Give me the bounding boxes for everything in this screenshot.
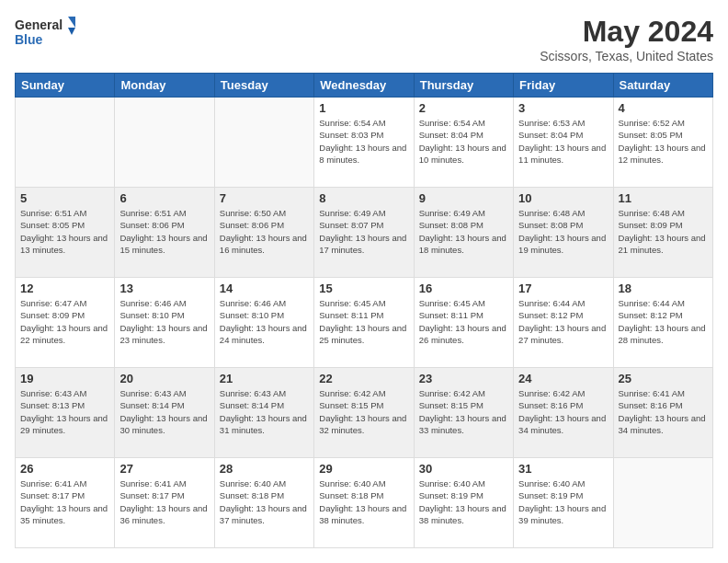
calendar-header-row: Sunday Monday Tuesday Wednesday Thursday…: [16, 74, 713, 98]
main-title: May 2024: [540, 15, 713, 49]
day-number: 3: [518, 101, 608, 115]
col-wednesday: Wednesday: [314, 74, 414, 98]
table-row: 12Sunrise: 6:47 AMSunset: 8:09 PMDayligh…: [16, 278, 115, 368]
title-section: May 2024 Scissors, Texas, United States: [540, 15, 713, 63]
day-number: 21: [220, 372, 309, 385]
header: General Blue May 2024 Scissors, Texas, U…: [15, 15, 713, 63]
day-number: 10: [518, 191, 608, 205]
day-number: 11: [619, 191, 708, 205]
day-info: Sunrise: 6:45 AMSunset: 8:11 PMDaylight:…: [319, 297, 408, 346]
day-info: Sunrise: 6:47 AMSunset: 8:09 PMDaylight:…: [20, 297, 109, 346]
svg-text:General: General: [15, 17, 63, 32]
calendar-week-row: 26Sunrise: 6:41 AMSunset: 8:17 PMDayligh…: [16, 458, 713, 548]
table-row: 27Sunrise: 6:41 AMSunset: 8:17 PMDayligh…: [115, 458, 214, 548]
table-row: 30Sunrise: 6:40 AMSunset: 8:19 PMDayligh…: [414, 458, 513, 548]
svg-marker-3: [68, 28, 75, 35]
day-number: 6: [119, 191, 209, 205]
table-row: 25Sunrise: 6:41 AMSunset: 8:16 PMDayligh…: [613, 368, 712, 458]
day-number: 8: [319, 191, 408, 205]
table-row: 24Sunrise: 6:42 AMSunset: 8:16 PMDayligh…: [514, 368, 613, 458]
day-info: Sunrise: 6:42 AMSunset: 8:15 PMDaylight:…: [319, 387, 408, 436]
col-thursday: Thursday: [414, 74, 513, 98]
table-row: 13Sunrise: 6:46 AMSunset: 8:10 PMDayligh…: [115, 278, 214, 368]
day-info: Sunrise: 6:41 AMSunset: 8:17 PMDaylight:…: [119, 477, 209, 526]
table-row: 23Sunrise: 6:42 AMSunset: 8:15 PMDayligh…: [414, 368, 513, 458]
day-number: 9: [419, 191, 508, 205]
day-info: Sunrise: 6:42 AMSunset: 8:16 PMDaylight:…: [518, 387, 608, 436]
table-row: 5Sunrise: 6:51 AMSunset: 8:05 PMDaylight…: [16, 188, 115, 278]
table-row: 16Sunrise: 6:45 AMSunset: 8:11 PMDayligh…: [414, 278, 513, 368]
day-info: Sunrise: 6:54 AMSunset: 8:04 PMDaylight:…: [419, 117, 508, 166]
day-number: 19: [20, 372, 109, 385]
table-row: 18Sunrise: 6:44 AMSunset: 8:12 PMDayligh…: [613, 278, 712, 368]
table-row: 4Sunrise: 6:52 AMSunset: 8:05 PMDaylight…: [613, 98, 712, 188]
table-row: 28Sunrise: 6:40 AMSunset: 8:18 PMDayligh…: [214, 458, 313, 548]
page: General Blue May 2024 Scissors, Texas, U…: [0, 0, 728, 563]
table-row: 19Sunrise: 6:43 AMSunset: 8:13 PMDayligh…: [16, 368, 115, 458]
table-row: 17Sunrise: 6:44 AMSunset: 8:12 PMDayligh…: [514, 278, 613, 368]
day-info: Sunrise: 6:49 AMSunset: 8:08 PMDaylight:…: [419, 207, 508, 256]
table-row: 1Sunrise: 6:54 AMSunset: 8:03 PMDaylight…: [314, 98, 414, 188]
day-info: Sunrise: 6:43 AMSunset: 8:13 PMDaylight:…: [20, 387, 109, 436]
logo-svg: General Blue: [15, 15, 79, 50]
table-row: 15Sunrise: 6:45 AMSunset: 8:11 PMDayligh…: [314, 278, 414, 368]
table-row: 2Sunrise: 6:54 AMSunset: 8:04 PMDaylight…: [414, 98, 513, 188]
col-tuesday: Tuesday: [214, 74, 313, 98]
day-number: 28: [220, 462, 309, 476]
table-row: 9Sunrise: 6:49 AMSunset: 8:08 PMDaylight…: [414, 188, 513, 278]
svg-text:Blue: Blue: [15, 32, 43, 47]
day-number: 18: [619, 282, 708, 295]
table-row: [214, 98, 313, 188]
day-info: Sunrise: 6:46 AMSunset: 8:10 PMDaylight:…: [119, 297, 209, 346]
day-number: 1: [319, 101, 408, 115]
day-info: Sunrise: 6:43 AMSunset: 8:14 PMDaylight:…: [220, 387, 309, 436]
calendar-week-row: 19Sunrise: 6:43 AMSunset: 8:13 PMDayligh…: [16, 368, 713, 458]
day-number: 29: [319, 462, 408, 476]
day-number: 20: [119, 372, 209, 385]
day-info: Sunrise: 6:40 AMSunset: 8:18 PMDaylight:…: [319, 477, 408, 526]
day-number: 22: [319, 372, 408, 385]
calendar-week-row: 5Sunrise: 6:51 AMSunset: 8:05 PMDaylight…: [16, 188, 713, 278]
day-info: Sunrise: 6:53 AMSunset: 8:04 PMDaylight:…: [518, 117, 608, 166]
table-row: [16, 98, 115, 188]
day-number: 24: [518, 372, 608, 385]
subtitle: Scissors, Texas, United States: [540, 49, 713, 63]
day-info: Sunrise: 6:46 AMSunset: 8:10 PMDaylight:…: [220, 297, 309, 346]
day-number: 7: [220, 191, 309, 205]
day-info: Sunrise: 6:48 AMSunset: 8:08 PMDaylight:…: [518, 207, 608, 256]
day-number: 26: [20, 462, 109, 476]
day-info: Sunrise: 6:48 AMSunset: 8:09 PMDaylight:…: [619, 207, 708, 256]
table-row: 11Sunrise: 6:48 AMSunset: 8:09 PMDayligh…: [613, 188, 712, 278]
day-number: 13: [119, 282, 209, 295]
day-number: 16: [419, 282, 508, 295]
table-row: 22Sunrise: 6:42 AMSunset: 8:15 PMDayligh…: [314, 368, 414, 458]
calendar-week-row: 1Sunrise: 6:54 AMSunset: 8:03 PMDaylight…: [16, 98, 713, 188]
calendar-week-row: 12Sunrise: 6:47 AMSunset: 8:09 PMDayligh…: [16, 278, 713, 368]
day-number: 31: [518, 462, 608, 476]
day-info: Sunrise: 6:40 AMSunset: 8:19 PMDaylight:…: [518, 477, 608, 526]
day-number: 4: [619, 101, 708, 115]
day-info: Sunrise: 6:41 AMSunset: 8:16 PMDaylight:…: [619, 387, 708, 436]
day-info: Sunrise: 6:42 AMSunset: 8:15 PMDaylight:…: [419, 387, 508, 436]
table-row: 21Sunrise: 6:43 AMSunset: 8:14 PMDayligh…: [214, 368, 313, 458]
day-number: 25: [619, 372, 708, 385]
day-info: Sunrise: 6:40 AMSunset: 8:18 PMDaylight:…: [220, 477, 309, 526]
day-info: Sunrise: 6:49 AMSunset: 8:07 PMDaylight:…: [319, 207, 408, 256]
col-friday: Friday: [514, 74, 613, 98]
table-row: 6Sunrise: 6:51 AMSunset: 8:06 PMDaylight…: [115, 188, 214, 278]
col-sunday: Sunday: [16, 74, 115, 98]
day-info: Sunrise: 6:45 AMSunset: 8:11 PMDaylight:…: [419, 297, 508, 346]
day-number: 14: [220, 282, 309, 295]
day-info: Sunrise: 6:40 AMSunset: 8:19 PMDaylight:…: [419, 477, 508, 526]
day-info: Sunrise: 6:43 AMSunset: 8:14 PMDaylight:…: [119, 387, 209, 436]
table-row: [613, 458, 712, 548]
day-info: Sunrise: 6:54 AMSunset: 8:03 PMDaylight:…: [319, 117, 408, 166]
day-info: Sunrise: 6:41 AMSunset: 8:17 PMDaylight:…: [20, 477, 109, 526]
table-row: 3Sunrise: 6:53 AMSunset: 8:04 PMDaylight…: [514, 98, 613, 188]
day-number: 30: [419, 462, 508, 476]
day-number: 23: [419, 372, 508, 385]
day-number: 15: [319, 282, 408, 295]
day-info: Sunrise: 6:51 AMSunset: 8:06 PMDaylight:…: [119, 207, 209, 256]
day-info: Sunrise: 6:44 AMSunset: 8:12 PMDaylight:…: [518, 297, 608, 346]
col-saturday: Saturday: [613, 74, 712, 98]
